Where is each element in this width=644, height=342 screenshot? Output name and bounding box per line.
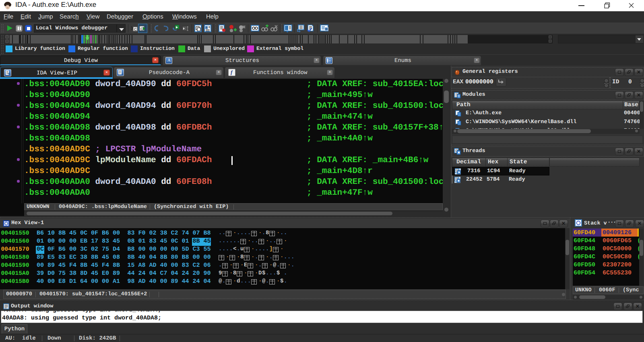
svg-text:C: C	[140, 27, 143, 31]
svg-text:C: C	[134, 27, 137, 31]
